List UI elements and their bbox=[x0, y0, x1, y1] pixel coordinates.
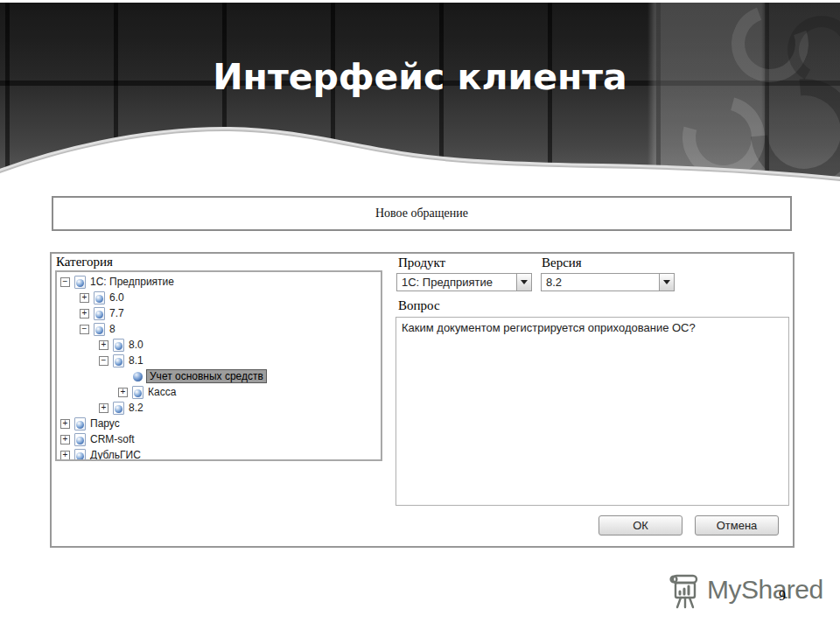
product-label: Продукт bbox=[398, 256, 445, 270]
chevron-down-icon bbox=[663, 280, 670, 284]
blue-sphere-icon bbox=[134, 389, 142, 397]
collapse-minus-icon[interactable]: − bbox=[80, 325, 89, 334]
collapse-minus-icon[interactable]: − bbox=[60, 277, 70, 287]
question-label: Вопрос bbox=[398, 298, 440, 313]
myshared-watermark: MyShared bbox=[667, 573, 823, 610]
version-label: Версия bbox=[542, 256, 582, 270]
tree-item-label[interactable]: Парус bbox=[90, 417, 120, 430]
category-document-icon bbox=[113, 339, 124, 352]
blue-sphere-icon bbox=[115, 358, 122, 366]
expand-plus-icon[interactable]: + bbox=[99, 403, 108, 413]
category-label: Категория bbox=[56, 255, 113, 270]
version-dropdown-button[interactable] bbox=[659, 274, 674, 290]
slide-page-number: 9 bbox=[779, 588, 786, 604]
new-request-title: Новое обращение bbox=[375, 206, 468, 220]
slide-header: Интерфейс клиента bbox=[0, 0, 840, 192]
slide: Интерфейс клиента Новое обращение Катего… bbox=[0, 0, 840, 630]
category-document-icon bbox=[74, 417, 86, 430]
blue-sphere-icon bbox=[76, 421, 84, 429]
tree-item-label[interactable]: CRM-soft bbox=[90, 433, 135, 445]
product-dropdown-button[interactable] bbox=[516, 274, 531, 290]
tree-item[interactable]: +CRM-soft bbox=[57, 431, 381, 447]
tree-item[interactable]: −1С: Предприятие bbox=[57, 274, 381, 290]
blue-sphere-icon bbox=[76, 437, 84, 444]
tree-item-label[interactable]: 8.0 bbox=[129, 339, 144, 351]
expand-plus-icon[interactable]: + bbox=[60, 435, 70, 444]
product-select[interactable]: 1С: Предприятие bbox=[396, 273, 532, 291]
presentation-easel-icon bbox=[667, 573, 702, 610]
expand-plus-icon[interactable]: + bbox=[60, 419, 70, 429]
category-tree[interactable]: −1С: Предприятие+6.0+7.7−8+8.0−8.1Учет о… bbox=[55, 270, 382, 461]
category-document-icon bbox=[94, 323, 105, 336]
expand-plus-icon[interactable]: + bbox=[99, 340, 108, 350]
expand-plus-icon[interactable]: + bbox=[80, 293, 89, 303]
chevron-down-icon bbox=[521, 280, 528, 284]
product-value: 1С: Предприятие bbox=[397, 276, 516, 289]
blue-sphere-icon bbox=[76, 279, 84, 287]
expand-plus-icon[interactable]: + bbox=[60, 451, 70, 460]
tree-item-label[interactable]: 8.1 bbox=[129, 354, 144, 367]
tree-item[interactable]: +8.0 bbox=[57, 337, 381, 353]
page-title: Интерфейс клиента bbox=[0, 56, 840, 98]
tree-item[interactable]: +Касса bbox=[57, 384, 381, 400]
category-document-icon bbox=[94, 307, 105, 320]
expand-plus-icon[interactable]: + bbox=[118, 388, 128, 397]
blue-sphere-icon bbox=[95, 326, 103, 334]
category-document-icon bbox=[113, 354, 124, 368]
tree-item-label[interactable]: 8.2 bbox=[129, 402, 144, 414]
ok-button[interactable]: ОК bbox=[598, 515, 682, 536]
blue-sphere-icon bbox=[95, 295, 103, 303]
version-value: 8.2 bbox=[542, 276, 659, 289]
blue-sphere-icon bbox=[76, 452, 84, 460]
new-request-bar: Новое обращение bbox=[52, 196, 792, 231]
tree-item[interactable]: +7.7 bbox=[57, 305, 381, 321]
topic-sphere-icon bbox=[133, 372, 143, 382]
tree-item-label[interactable]: Касса bbox=[148, 386, 176, 398]
blue-sphere-icon bbox=[115, 342, 122, 350]
tree-item-label[interactable]: ДубльГИС bbox=[90, 449, 141, 461]
tree-item-label[interactable]: Учет основных средств bbox=[147, 370, 266, 382]
version-select[interactable]: 8.2 bbox=[541, 273, 675, 291]
expand-plus-icon[interactable]: + bbox=[80, 309, 89, 318]
tree-item[interactable]: +8.2 bbox=[57, 400, 381, 416]
category-document-icon bbox=[74, 276, 86, 289]
category-document-icon bbox=[74, 449, 86, 462]
tree-item[interactable]: +ДубльГИС bbox=[57, 447, 381, 461]
tree-item-label[interactable]: 8 bbox=[109, 323, 116, 335]
tree-item[interactable]: +Парус bbox=[57, 416, 381, 431]
tree-item[interactable]: +6.0 bbox=[57, 290, 381, 305]
category-document-icon bbox=[132, 386, 144, 399]
tree-item[interactable]: −8.1 bbox=[57, 353, 381, 368]
cancel-button[interactable]: Отмена bbox=[695, 515, 779, 536]
category-document-icon bbox=[74, 433, 86, 446]
tree-item[interactable]: −8 bbox=[57, 321, 381, 337]
brand-name: MyShared bbox=[707, 575, 823, 605]
tree-item-label[interactable]: 6.0 bbox=[109, 291, 124, 304]
tree-item-label[interactable]: 1С: Предприятие bbox=[90, 276, 174, 288]
expander-spacer bbox=[118, 372, 128, 382]
category-document-icon bbox=[113, 402, 124, 415]
blue-sphere-icon bbox=[115, 405, 122, 413]
collapse-minus-icon[interactable]: − bbox=[99, 356, 108, 366]
tree-item[interactable]: Учет основных средств bbox=[57, 368, 381, 384]
tree-item-label[interactable]: 7.7 bbox=[109, 307, 124, 319]
question-input[interactable]: Каким документом регистрируется оприходо… bbox=[396, 317, 789, 506]
category-document-icon bbox=[94, 291, 105, 304]
blue-sphere-icon bbox=[95, 311, 103, 318]
